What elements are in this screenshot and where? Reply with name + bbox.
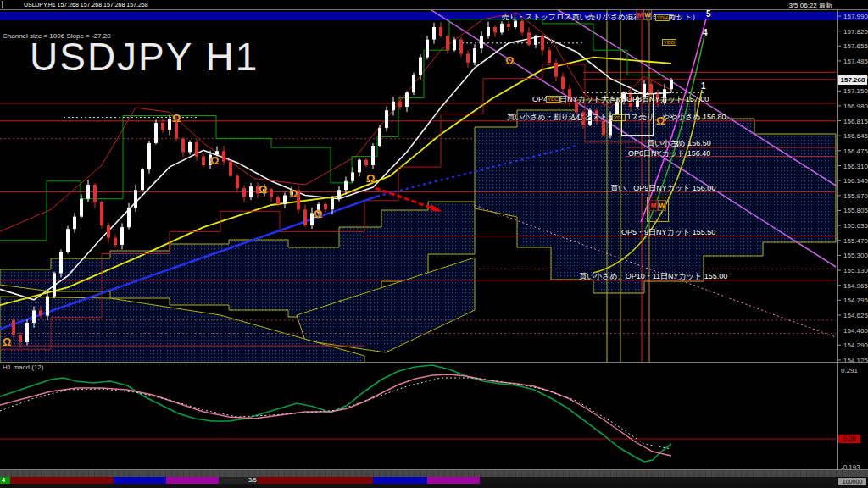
candle-bear	[276, 197, 280, 204]
macd-indicator-label: H1 macd (12)	[3, 363, 43, 371]
price-axis-label: 157.655	[843, 42, 868, 50]
candle-bear	[446, 36, 449, 51]
window-title: USDJPY,H1 157.268 157.268 157.268 157.26…	[24, 2, 148, 8]
direction-arrow	[376, 188, 436, 209]
candle-bear	[222, 151, 225, 162]
candle-bull	[46, 297, 49, 316]
price-chart-canvas[interactable]	[0, 0, 868, 488]
candle-bull	[405, 92, 409, 107]
candle-bear	[581, 112, 585, 125]
price-axis-label: 154.795	[843, 297, 868, 304]
price-axis-label: 156.310	[843, 163, 868, 170]
candle-bear	[12, 320, 15, 336]
candle-bull	[73, 217, 76, 230]
candle-bull	[80, 199, 83, 217]
price-axis-label: 156.140	[843, 177, 868, 185]
session-segment[interactable]	[166, 477, 219, 484]
candle-bull	[663, 89, 666, 103]
session-segment[interactable]	[10, 477, 114, 484]
candle-bull	[670, 80, 673, 89]
candle-bull	[120, 227, 124, 245]
candle-bear	[541, 36, 544, 51]
candle-bull	[615, 102, 619, 116]
candle-bull	[487, 27, 490, 36]
candle-bear	[439, 27, 442, 36]
candle-bull	[209, 155, 212, 166]
candle-bull	[480, 36, 483, 49]
candle-bull	[588, 110, 592, 125]
price-axis-label: 157.820	[843, 28, 868, 36]
panel-separator[interactable]	[0, 362, 868, 363]
price-axis-label: 157.485	[843, 58, 868, 65]
candle-bear	[602, 121, 605, 136]
candle-bull	[141, 169, 144, 190]
session-segment[interactable]	[258, 477, 373, 484]
candle-bull	[534, 36, 537, 45]
candle-bull	[188, 142, 192, 152]
candle-bull	[609, 116, 612, 136]
candle-bear	[507, 24, 510, 27]
candle-bull	[636, 98, 639, 107]
candle-bear	[100, 202, 103, 225]
candle-bull	[412, 75, 415, 92]
session-start-label: 4	[2, 477, 5, 484]
candle-bear	[459, 40, 463, 54]
price-axis-label: 156.645	[843, 132, 868, 140]
session-bar	[0, 477, 868, 484]
candle-bull	[290, 190, 293, 195]
candle-bull	[154, 123, 158, 143]
candle-bull	[358, 160, 361, 173]
price-axis-label: 155.300	[843, 252, 868, 259]
time-axis[interactable]	[0, 470, 868, 477]
candle-bear	[297, 190, 300, 209]
price-axis-label: 156.815	[843, 118, 868, 125]
ichimoku-cloud	[475, 100, 836, 293]
chart-window: USDJPY,H1 157.268 157.268 157.268 157.26…	[0, 0, 868, 488]
candle-bull	[622, 92, 626, 101]
macd-zero-box: 0.00	[838, 435, 860, 443]
candle-bull	[378, 128, 381, 146]
session-segment[interactable]	[373, 477, 427, 484]
candle-bull	[432, 27, 436, 40]
candle-bull	[66, 229, 70, 252]
candle-bull	[371, 146, 375, 165]
candle-bull	[86, 185, 90, 199]
candle-bull	[283, 196, 287, 204]
candle-bull	[500, 24, 504, 32]
price-axis-label: 157.150	[843, 87, 868, 95]
candle-bear	[202, 157, 205, 165]
candle-bear	[19, 336, 22, 342]
session-segment[interactable]	[114, 477, 166, 484]
candle-bull	[337, 190, 341, 198]
candle-bear	[242, 188, 246, 197]
candle-bear	[236, 176, 239, 189]
session-segment[interactable]	[427, 477, 480, 484]
candle-bear	[493, 27, 497, 32]
price-axis-label: 157.990	[843, 13, 868, 20]
price-axis-label: 156.980	[843, 103, 868, 110]
price-axis-label: 155.130	[843, 267, 868, 274]
macd-main	[0, 365, 671, 462]
candle-bear	[270, 189, 273, 197]
candle-bull	[53, 274, 56, 297]
session-segment[interactable]	[480, 477, 837, 484]
candle-bear	[520, 21, 524, 33]
candle-bear	[575, 102, 578, 113]
candle-bear	[398, 102, 402, 107]
candle-bull	[134, 190, 137, 208]
candle-bear	[466, 53, 470, 62]
title-bar: USDJPY,H1 157.268 157.268 157.268 157.26…	[0, 0, 868, 9]
candle-bull	[25, 323, 29, 342]
candle-bear	[175, 119, 178, 139]
current-price-box: 157.268	[838, 75, 867, 85]
candle-bull	[392, 102, 395, 110]
title-separator	[0, 9, 868, 10]
footer-date-label: 3/5	[248, 477, 257, 484]
candle-bear	[595, 110, 598, 121]
price-axis-label: 155.470	[843, 237, 868, 245]
candle-bear	[114, 238, 117, 245]
price-axis-label: 155.970	[843, 192, 868, 200]
candle-bull	[473, 48, 476, 63]
candle-bear	[649, 84, 653, 95]
candle-bull	[453, 40, 456, 51]
